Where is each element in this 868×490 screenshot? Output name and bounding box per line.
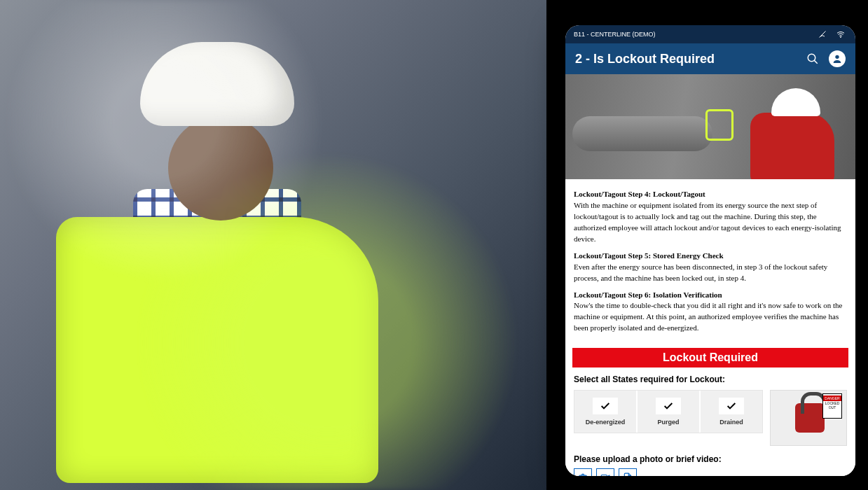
video-button[interactable] [596,468,614,476]
svg-point-1 [808,54,815,62]
tablet-screen: B11 - CENTERLINE (DEMO) 2 - Is Lockout R… [565,25,855,476]
states-option-grid: De-energized Purged Draine [574,390,763,433]
background-photo [0,0,546,490]
step-text: Even after the energy source has been di… [574,262,847,284]
state-label: Drained [719,419,743,426]
profile-icon[interactable] [829,50,846,67]
svg-line-2 [814,60,818,64]
state-option-deenergized[interactable]: De-energized [574,391,638,433]
lockout-reference-image: DANGER LOCKED OUT [770,390,847,446]
checkmark-icon [656,398,681,414]
file-button[interactable] [619,468,637,476]
step-heading: Lockout/Tagout Step 4: Lockout/Tagout [574,189,847,200]
lockout-required-banner: Lockout Required [572,348,848,368]
content-scroll[interactable]: Lockout/Tagout Step 4: Lockout/Tagout Wi… [565,74,855,476]
step-heading: Lockout/Tagout Step 6: Isolation Verific… [574,290,847,301]
checkmark-icon [719,398,744,414]
danger-tag-top: DANGER [823,396,841,401]
danger-tag-bot: OUT [823,405,841,410]
search-icon[interactable] [806,52,819,65]
state-label: Purged [657,419,679,426]
states-question-label: Select all States required for Lockout: [574,374,847,384]
svg-rect-6 [601,475,607,476]
upload-label: Please upload a photo or brief video: [574,454,847,464]
page-title: 2 - Is Lockout Required [575,52,715,66]
svg-point-0 [841,37,841,38]
signal-off-icon [816,28,829,41]
site-label: B11 - CENTERLINE (DEMO) [574,31,656,38]
state-option-purged[interactable]: Purged [638,391,701,433]
wifi-icon [834,28,847,41]
step-heading: Lockout/Tagout Step 5: Stored Energy Che… [574,251,847,262]
svg-point-3 [835,55,839,59]
checkmark-icon [593,398,618,414]
state-label: De-energized [586,419,626,426]
step-text: With the machine or equipment isolated f… [574,200,847,245]
state-option-drained[interactable]: Drained [701,391,762,433]
app-header: 2 - Is Lockout Required [565,43,855,74]
status-bar: B11 - CENTERLINE (DEMO) [565,25,855,43]
camera-button[interactable] [574,468,592,476]
step-text: Now's the time to double-check that you … [574,300,847,334]
tablet-frame: B11 - CENTERLINE (DEMO) 2 - Is Lockout R… [560,20,861,482]
instruction-image [565,74,855,179]
svg-rect-4 [579,475,587,476]
